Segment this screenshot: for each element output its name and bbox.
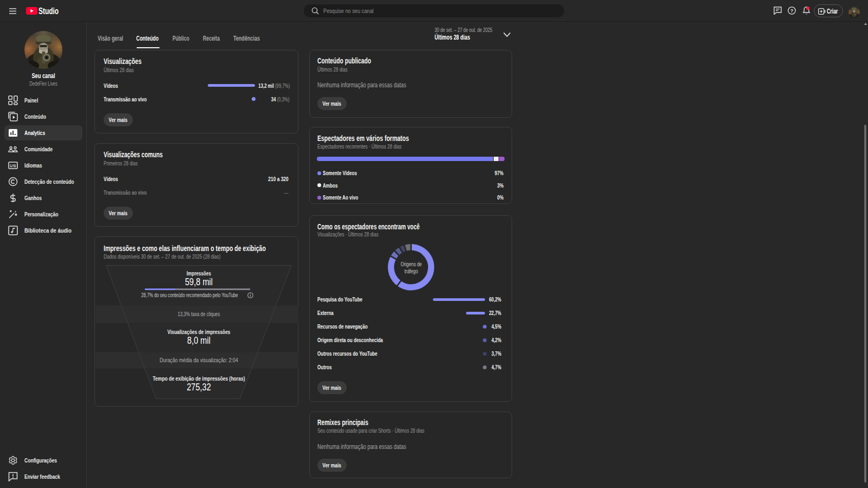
svg-text:?: ?: [790, 8, 794, 14]
